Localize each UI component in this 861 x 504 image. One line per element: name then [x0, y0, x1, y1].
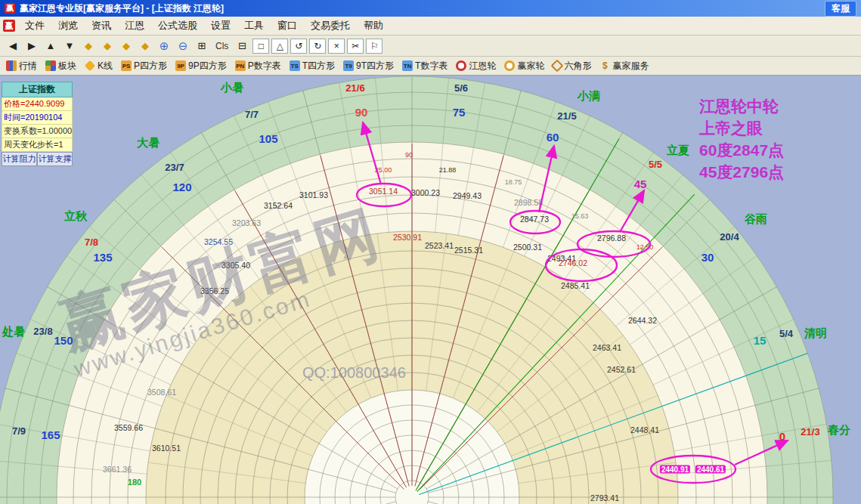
wheel-number: 2796.88 — [597, 233, 626, 243]
view-item-4[interactable]: PSP四方形 — [121, 60, 167, 73]
down-icon[interactable]: ▼ — [61, 39, 78, 54]
flag-tool[interactable]: ⚐ — [366, 39, 382, 54]
gann-wheel-icon — [456, 60, 466, 71]
pn-badge-icon: PN — [235, 60, 246, 71]
grid-window-icon[interactable]: ⊞ — [194, 39, 210, 54]
view-item-label: 六角形 — [564, 60, 591, 73]
chart-area[interactable]: 3101.933051.143000.232949.432898.582847.… — [0, 76, 861, 504]
t9-badge-icon: T9 — [343, 60, 354, 71]
ps-badge-icon: PS — [121, 60, 132, 71]
wheel-number: 3101.93 — [299, 190, 328, 199]
9p-badge-icon: 9P — [175, 60, 186, 71]
panel-row-2: 时间=20190104 — [2, 111, 73, 125]
view-item-label: 赢家轮 — [517, 60, 544, 73]
panel-row-4: 周天变化步长=1 — [2, 138, 73, 152]
menu-bar: 赢 文件浏览资讯江恩公式选股设置工具窗口交易委托帮助 — [0, 17, 861, 36]
rect-tool[interactable]: □ — [252, 39, 269, 54]
rotate-right-tool[interactable]: ↻ — [309, 39, 326, 54]
view-item-1[interactable]: 行情 — [6, 60, 37, 73]
calc-resistance-button[interactable]: 计算阻力 — [2, 152, 37, 166]
board-icon — [45, 60, 56, 71]
diamond-tool-3[interactable]: ◆ — [118, 39, 135, 54]
menu-item-7[interactable]: 工具 — [237, 17, 271, 34]
wheel-number: 2500.31 — [513, 243, 542, 252]
kline-icon — [85, 60, 95, 71]
hexagon-icon — [551, 60, 564, 73]
menu-item-9[interactable]: 交易委托 — [304, 17, 357, 34]
wheel-number: 2515.31 — [454, 246, 483, 255]
menu-item-3[interactable]: 资讯 — [85, 17, 118, 34]
view-item-label: 江恩轮 — [469, 60, 496, 73]
wheel-number: 2530.91 — [393, 233, 422, 242]
wheel-number: 3610.51 — [152, 444, 181, 453]
wheel-number: 3051.14 — [369, 187, 398, 196]
view-item-label: K线 — [98, 60, 113, 73]
view-item-12[interactable]: 六角形 — [553, 60, 591, 73]
view-item-7[interactable]: TST四方形 — [290, 60, 335, 73]
cls-button[interactable]: Cls — [212, 39, 231, 54]
view-item-2[interactable]: 板块 — [45, 60, 76, 73]
view-item-label: T数字表 — [415, 60, 448, 73]
panel-row-3: 变换系数=1.00000 — [2, 125, 73, 138]
up-icon[interactable]: ▲ — [42, 39, 59, 54]
wheel-number: 2949.43 — [453, 191, 482, 200]
wheel-number: 2485.41 — [561, 281, 590, 290]
menu-item-1[interactable]: 文件 — [18, 17, 51, 34]
window-title: 赢家江恩专业版[赢家服务平台] - [上证指数 江恩轮] — [20, 2, 224, 15]
menu-item-5[interactable]: 公式选股 — [151, 17, 204, 34]
wheel-number: 3203.63 — [232, 218, 261, 227]
quad-window-icon[interactable]: ⊟ — [234, 39, 250, 54]
gann-wheel-svg[interactable]: 3101.933051.143000.232949.432898.582847.… — [0, 76, 861, 504]
menu-item-2[interactable]: 浏览 — [51, 17, 85, 34]
brand-logo-icon: 赢 — [3, 20, 15, 32]
service-icon: $ — [599, 60, 610, 71]
delete-tool[interactable]: × — [328, 39, 345, 54]
view-item-11[interactable]: 赢家轮 — [504, 60, 544, 73]
tn-badge-icon: TN — [402, 60, 413, 71]
view-item-9[interactable]: TNT数字表 — [402, 60, 448, 73]
panel-rows: 价格=2440.9099时间=20190104变换系数=1.00000周天变化步… — [2, 97, 73, 152]
diamond-tool-2[interactable]: ◆ — [99, 39, 116, 54]
view-item-6[interactable]: PNP数字表 — [235, 60, 281, 73]
view-item-13[interactable]: $赢家服务 — [599, 60, 649, 73]
cut-tool[interactable]: ✂ — [347, 39, 364, 54]
view-toolbar: 行情板块K线PSP四方形9P9P四方形PNP数字表TST四方形T99T四方形TN… — [0, 57, 861, 76]
diamond-tool-4[interactable]: ◆ — [137, 39, 153, 54]
menu-item-10[interactable]: 帮助 — [357, 17, 390, 34]
wheel-number: 3305.40 — [221, 261, 250, 270]
wheel-number: 3152.64 — [264, 201, 293, 210]
back-icon[interactable]: ◀ — [5, 39, 21, 54]
menu-items: 文件浏览资讯江恩公式选股设置工具窗口交易委托帮助 — [18, 17, 390, 34]
menu-item-4[interactable]: 江恩 — [118, 17, 151, 34]
wheel-number: 90 — [405, 151, 413, 159]
view-item-5[interactable]: 9P9P四方形 — [175, 60, 227, 73]
zoom-out-icon[interactable]: ⊖ — [175, 39, 191, 54]
wheel-number: 2746.02 — [559, 258, 587, 267]
wheel-number: 3356.25 — [200, 286, 229, 295]
view-item-8[interactable]: T99T四方形 — [343, 60, 394, 73]
customer-service-button[interactable]: 客服 — [825, 1, 856, 17]
rotate-left-tool[interactable]: ↺ — [290, 39, 307, 54]
triangle-tool[interactable]: △ — [271, 39, 288, 54]
ts-badge-icon: TS — [290, 60, 300, 71]
view-item-label: 赢家服务 — [612, 60, 649, 73]
diamond-tool-1[interactable]: ◆ — [80, 39, 97, 54]
view-item-label: P数字表 — [248, 60, 281, 73]
wheel-number: 21.88 — [439, 166, 457, 174]
wheel-number: 2463.41 — [593, 343, 621, 352]
zoom-in-icon[interactable]: ⊕ — [156, 39, 172, 54]
calc-support-button[interactable]: 计算支撑 — [37, 152, 73, 166]
view-item-3[interactable]: K线 — [85, 60, 113, 73]
menu-item-6[interactable]: 设置 — [204, 17, 237, 34]
wheel-number: 3559.66 — [114, 423, 143, 432]
main-toolbar-icons: ◀▶▲▼◆◆◆◆⊕⊖⊞Cls⊟□△↺↻×✂⚐ — [5, 39, 382, 54]
view-item-label: T四方形 — [302, 60, 335, 73]
forward-icon[interactable]: ▶ — [23, 39, 40, 54]
wheel-number: 2644.32 — [628, 316, 657, 325]
menu-item-8[interactable]: 窗口 — [271, 17, 304, 34]
wheel-number: 2898.58 — [514, 198, 543, 207]
view-item-10[interactable]: 江恩轮 — [456, 60, 496, 73]
view-toolbar-items: 行情板块K线PSP四方形9P9P四方形PNP数字表TST四方形T99T四方形TN… — [6, 60, 649, 73]
view-item-label: 板块 — [58, 60, 76, 73]
main-toolbar: ◀▶▲▼◆◆◆◆⊕⊖⊞Cls⊟□△↺↻×✂⚐ — [0, 36, 861, 57]
